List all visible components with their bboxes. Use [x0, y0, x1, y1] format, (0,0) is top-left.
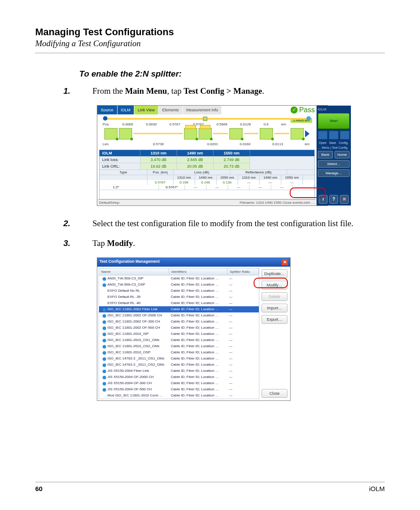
export-button[interactable]: Export…	[262, 315, 287, 324]
list-item[interactable]: ISO_IEC 11801-2002 Fiber LinkCable ID; F…	[99, 306, 259, 312]
bullet-icon	[103, 363, 106, 367]
config-ratio: ---	[227, 344, 258, 349]
event-node[interactable]	[260, 128, 273, 139]
list-item[interactable]: ISO_IEC 14763-3 _2011_OS1_OMxCable ID; F…	[99, 356, 259, 362]
open-icon[interactable]	[318, 131, 328, 139]
list-item[interactable]: ISO_IEC 11801-2010_OS2_OMxCable ID; Fibe…	[99, 343, 259, 349]
tab-iolm[interactable]: iOLM	[118, 106, 135, 114]
event-node[interactable]	[291, 128, 304, 139]
event-node-splitter[interactable]	[199, 128, 212, 139]
list-item[interactable]: EXFO Default RL -40Cable ID; Fiber ID; L…	[99, 300, 259, 306]
config-ratio: ---	[227, 362, 258, 367]
bullet-icon	[103, 388, 106, 392]
import-button[interactable]: Import…	[262, 304, 287, 312]
tab-source[interactable]: Source	[97, 106, 118, 114]
scroll-right-icon[interactable]	[305, 130, 309, 137]
back-button[interactable]: Back	[318, 151, 333, 158]
list-item[interactable]: ISO_IEC 11801-2002 OF-2000 CHCable ID; F…	[99, 312, 259, 319]
config-identifiers: Cable ID; Fiber ID; Location …	[169, 338, 227, 343]
event-node[interactable]	[119, 128, 132, 139]
screenshot-link-view: Source iOLM Link View Elements Measureme…	[97, 105, 328, 206]
icon-labels: Open Save Config.	[319, 141, 348, 144]
bullet-icon	[103, 339, 106, 342]
list-item[interactable]: EXFO Default No RLCable ID; Fiber ID; Lo…	[99, 288, 259, 294]
bullet-icon	[103, 376, 106, 379]
event-row[interactable]: 0.5767 0.196 0.148 0.136 --- --- ---	[99, 180, 314, 185]
config-name: ANSI_TIA-568-C3_ISP	[107, 276, 144, 280]
bullet-icon	[103, 345, 106, 349]
list-item[interactable]: JIS X5150-2004 OF-2000 CHCable ID; Fiber…	[99, 374, 259, 380]
section-subtitle: Modifying a Test Configuration	[35, 39, 385, 48]
bullet-icon	[103, 308, 106, 312]
event-node[interactable]	[229, 128, 243, 139]
event-node-splitter[interactable]	[184, 128, 197, 139]
config-identifiers: Cable ID; Fiber ID; Location …	[169, 350, 227, 355]
config-list: Name Identifiers Splitter Ratio ANSI_TIA…	[99, 268, 259, 399]
event-row[interactable]: 1:2* 0.5767* --- --- --- --- --- ---	[99, 185, 314, 190]
bullet-icon	[103, 370, 106, 373]
config-name: JIS X5150-2004 OF-500 CH	[107, 387, 152, 391]
close-icon[interactable]: ✖	[340, 195, 349, 204]
status-bar: DefaultSetup Filename: 1310 1490 1550 Cl…	[97, 199, 317, 205]
config-name: EXFO Default RL -35	[107, 295, 140, 299]
config-name: JIS X5150-2004 OF-300 CH	[107, 381, 152, 385]
breadcrumb: … Menu | Test Config.	[318, 146, 348, 149]
view-tabs: Source iOLM Link View Elements Measureme…	[97, 106, 317, 114]
config-identifiers: Cable ID; Fiber ID; Location …	[169, 301, 227, 306]
page-number: 60	[35, 485, 43, 492]
config-name: EXFO Default RL -40	[107, 301, 140, 305]
select-button[interactable]: Select…	[318, 160, 350, 168]
list-item[interactable]: ANSI_TIA-568-C3_ISPCable ID; Fiber ID; L…	[99, 275, 259, 282]
config-name: JIS X5150-2004 Fiber Link	[107, 369, 149, 373]
list-item[interactable]: ISO_IEC 11801-2002 OF-300 CHCable ID; Fi…	[99, 319, 259, 325]
config-name: ISO_IEC 11801-2010_OSP	[107, 350, 151, 354]
close-icon[interactable]: ✕	[282, 259, 288, 265]
list-item[interactable]: ISO_IEC 11801-2010_ISPCable ID; Fiber ID…	[99, 331, 259, 337]
list-item[interactable]: JIS X5150-2004 OF-500 CHCable ID; Fiber …	[99, 386, 259, 393]
list-item[interactable]: ANSI_TIA-568-C3_OSPCable ID; Fiber ID; L…	[99, 282, 259, 288]
events-sub-header: 1310 nm 1490 nm 1550 nm 1310 nm 1490 nm …	[99, 175, 314, 180]
info-icon[interactable]: i	[319, 195, 328, 204]
length-row: Len. 0.5738 0.0201 0.0160 0.0113 km	[100, 141, 314, 146]
save-icon[interactable]	[329, 131, 339, 139]
config-ratio: ---	[227, 374, 258, 380]
bullet-icon	[103, 351, 106, 355]
list-item[interactable]: ISO_IEC 11801-2002 OF-500 CHCable ID; Fi…	[99, 325, 259, 331]
tab-measurement-info[interactable]: Measurement Info	[183, 106, 222, 114]
help-icon[interactable]: ?	[329, 195, 338, 204]
start-button[interactable]: Start	[318, 113, 350, 129]
list-item[interactable]: ISO_IEC 14763-3 _2011_OS2_OMxCable ID; F…	[99, 362, 259, 368]
link-diagram: 1.4905 km Pos. 0.0000 0.0030 0.5767 0.57…	[97, 114, 317, 148]
bullet-icon	[103, 290, 106, 293]
list-item[interactable]: JIS X5150-2004 OF-300 CHCable ID; Fiber …	[99, 380, 259, 386]
list-header: Name Identifiers Splitter Ratio	[99, 268, 259, 275]
tab-elements[interactable]: Elements	[158, 106, 183, 114]
list-item[interactable]: EXFO Default RL -35Cable ID; Fiber ID; L…	[99, 294, 259, 300]
tab-link-view[interactable]: Link View	[134, 106, 158, 114]
config-identifiers: Cable ID; Fiber ID; Location …	[169, 313, 227, 318]
results-block: iOLM 1310 nm 1490 nm 1550 nm Link loss: …	[99, 150, 315, 199]
overview-bar[interactable]	[105, 118, 309, 120]
config-identifiers: Cable ID; Fiber ID; Location …	[169, 356, 227, 361]
step-num: 3.	[79, 237, 92, 249]
duplicate-button[interactable]: Duplicate…	[262, 269, 287, 278]
event-node[interactable]	[104, 128, 118, 139]
config-name: ISO_IEC 14763-3 _2011_OS1_OMx	[107, 356, 164, 360]
dialog-buttons: Duplicate… Modify… Delete Import… Export…	[261, 267, 290, 400]
delete-button[interactable]: Delete	[262, 292, 287, 301]
home-button[interactable]: Home	[335, 151, 350, 158]
list-item[interactable]: JIS X5150-2004 Fiber LinkCable ID; Fiber…	[99, 368, 259, 374]
config-name: ISO_IEC 11801-2002 Fiber Link	[107, 307, 158, 311]
config-identifiers: Cable ID; Fiber ID; Location …	[169, 294, 227, 300]
list-item[interactable]: ISO_IEC 11801-2010_OSPCable ID; Fiber ID…	[99, 349, 259, 356]
config-name: ISO_IEC 11801-2002 OF-500 CH	[107, 326, 160, 330]
list-item[interactable]: Mod ISO_IEC 11801-2010 Conn …Cable ID; F…	[99, 393, 259, 399]
config-identifiers: Cable ID; Fiber ID; Location …	[169, 387, 227, 392]
config-ratio: ---	[227, 350, 258, 355]
product-name: iOLM	[369, 485, 385, 492]
modify-button[interactable]: Modify…	[262, 281, 287, 290]
list-item[interactable]: ISO_IEC 11801-2010_OS1_OMxCable ID; Fibe…	[99, 337, 259, 343]
close-button[interactable]: Close	[262, 389, 287, 398]
config-icon[interactable]	[340, 131, 350, 139]
manage-button[interactable]: Manage…	[318, 169, 350, 177]
